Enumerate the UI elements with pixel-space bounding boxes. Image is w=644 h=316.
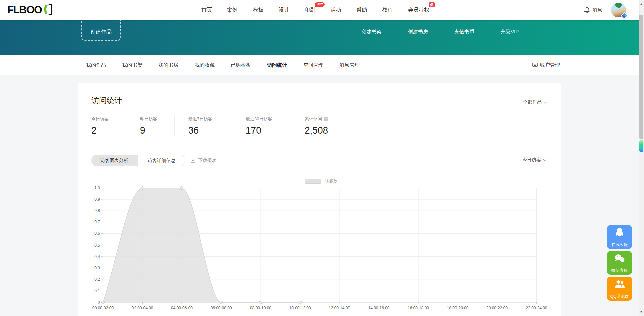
- chart-legend[interactable]: 访客数: [305, 178, 337, 184]
- create-work-label: 创建作品: [90, 29, 112, 36]
- fab-label: 微信客服: [611, 268, 628, 273]
- tab-visitor-detail-info[interactable]: 访客详细信息: [138, 155, 185, 166]
- svg-text:1.0: 1.0: [94, 186, 100, 190]
- tab-my-bookshelf[interactable]: 我的书架: [122, 62, 142, 68]
- tab-space-management[interactable]: 空间管理: [303, 62, 323, 68]
- svg-text:0.9: 0.9: [94, 197, 100, 202]
- legend-swatch: [305, 179, 321, 184]
- download-report-label: 下载报表: [198, 158, 217, 164]
- stat-last7-visitors: 最近7日访客36: [188, 116, 232, 136]
- nav-item-label: 模板: [253, 7, 264, 13]
- tab-my-works[interactable]: 我的作品: [86, 62, 106, 68]
- svg-text:0.3: 0.3: [94, 266, 100, 270]
- stat-value: 9: [140, 125, 174, 136]
- messages-label: 消息: [592, 7, 602, 13]
- nav-item-help[interactable]: 帮助: [356, 7, 367, 14]
- svg-text:22:00-24:00: 22:00-24:00: [526, 306, 547, 310]
- nav-item-label: 首页: [201, 7, 212, 13]
- tab-my-bookroom[interactable]: 我的书房: [158, 62, 178, 68]
- account-management-label: 账户管理: [540, 62, 560, 68]
- nav-item-activities[interactable]: 活动: [330, 7, 341, 14]
- svg-text:14:00-16:00: 14:00-16:00: [368, 306, 389, 310]
- fab-qq-group[interactable]: QQ交流群: [607, 277, 632, 301]
- tab-visit-stats[interactable]: 访问统计: [267, 62, 287, 68]
- works-filter-dropdown[interactable]: 全部作品: [523, 99, 547, 105]
- nav-item-cases[interactable]: 案例: [227, 7, 238, 14]
- legend-label: 访客数: [325, 178, 337, 184]
- fab-label: 在线客服: [611, 243, 628, 247]
- range-filter-dropdown[interactable]: 今日访客: [522, 157, 547, 163]
- nav-item-label: 帮助: [356, 7, 367, 13]
- view-toggle: 访客图表分析 访客详细信息: [91, 155, 185, 166]
- tab-my-favorites[interactable]: 我的收藏: [195, 62, 215, 68]
- fab-label: QQ交流群: [610, 294, 629, 299]
- banner-link-create-bookroom[interactable]: 创建书房: [408, 28, 428, 36]
- scroll-down-arrow[interactable]: [640, 311, 643, 314]
- stat-yesterday-visitors: 昨日访客9: [140, 116, 175, 136]
- page-title: 访问统计: [91, 95, 122, 106]
- scrollbar-thumb[interactable]: [639, 15, 643, 139]
- visit-stats-card: 访问统计 全部作品 今日访客2昨日访客9最近7日访客36最近30日访客170累计…: [78, 83, 561, 316]
- svg-text:0.5: 0.5: [94, 243, 100, 248]
- nav-item-label: 活动: [330, 7, 341, 13]
- nav-item-tutorials[interactable]: 教程: [382, 7, 393, 14]
- messages-button[interactable]: 消息: [584, 7, 602, 13]
- download-report-button[interactable]: 下载报表: [191, 155, 217, 166]
- svg-text:04:00-06:00: 04:00-06:00: [171, 306, 193, 310]
- bell-icon: [584, 7, 590, 13]
- nav-item-print[interactable]: 印刷HOT: [305, 7, 315, 14]
- svg-text:0.6: 0.6: [94, 231, 100, 236]
- stat-label: 昨日访客: [140, 116, 174, 122]
- nav-item-design[interactable]: 设计: [279, 7, 289, 14]
- tab-message-management[interactable]: 消息管理: [339, 62, 360, 68]
- account-management-link[interactable]: 账户管理: [532, 55, 560, 75]
- nav-item-label: 会员特权: [408, 7, 429, 13]
- stat-label: 最近7日访客: [188, 116, 232, 122]
- create-work-button[interactable]: 创建作品: [81, 20, 121, 41]
- flbook-user-center-page: FLBOO 首页案例模板设计印刷HOT活动帮助教程会员特权促 消息: [0, 0, 644, 316]
- stat-last30-visitors: 最近30日访客170: [246, 116, 288, 136]
- nav-item-home[interactable]: 首页: [201, 7, 212, 14]
- scroll-up-arrow[interactable]: [640, 2, 643, 5]
- svg-text:0.7: 0.7: [94, 220, 100, 224]
- nav-item-label: 设计: [279, 7, 289, 13]
- main-nav: 首页案例模板设计印刷HOT活动帮助教程会员特权促: [201, 0, 429, 20]
- svg-text:0.2: 0.2: [94, 277, 100, 282]
- svg-text:10:00-12:00: 10:00-12:00: [289, 306, 311, 310]
- banner-link-create-bookshelf[interactable]: 创建书架: [362, 28, 382, 36]
- nav-item-label: 案例: [227, 7, 238, 13]
- promo-badge: HOT: [315, 2, 325, 7]
- svg-text:0.4: 0.4: [94, 254, 100, 259]
- chevron-down-icon: [543, 159, 547, 161]
- stats-row: 今日访客2昨日访客9最近7日访客36最近30日访客170累计访问2,508: [91, 116, 372, 136]
- svg-text:12:00-14:00: 12:00-14:00: [329, 306, 350, 310]
- tab-purchased-templates[interactable]: 已购模板: [231, 62, 251, 68]
- nav-item-templates[interactable]: 模板: [253, 7, 264, 14]
- fab-online-service[interactable]: 在线客服: [607, 225, 632, 249]
- nav-item-membership[interactable]: 会员特权促: [408, 7, 429, 14]
- wechat-icon: [614, 253, 625, 263]
- help-icon[interactable]: [324, 117, 328, 121]
- banner-link-upgrade-vip[interactable]: 升级VIP: [500, 28, 519, 36]
- tab-visitor-chart-analysis[interactable]: 访客图表分析: [91, 155, 138, 166]
- tabs: 我的作品我的书架我的书房我的收藏已购模板访问统计空间管理消息管理: [86, 55, 360, 75]
- stat-label: 今日访客: [91, 116, 126, 122]
- user-avatar[interactable]: [611, 3, 626, 17]
- svg-text:20:00-22:00: 20:00-22:00: [486, 306, 508, 310]
- fab-wechat-service[interactable]: 微信客服: [607, 251, 632, 275]
- nav-item-label: 教程: [382, 7, 393, 13]
- flbook-logo[interactable]: FLBOO: [7, 3, 53, 16]
- stat-value: 170: [246, 125, 288, 136]
- svg-text:16:00-18:00: 16:00-18:00: [408, 306, 429, 310]
- promo-badge: 促: [429, 2, 435, 7]
- page-scrollbar: [639, 0, 644, 316]
- qq-icon: [614, 227, 625, 238]
- safe-box-icon: [532, 62, 538, 68]
- svg-text:0: 0: [98, 300, 100, 305]
- header-right: 消息: [584, 0, 626, 20]
- banner-links: 创建书架创建书房充值书币升级VIP: [362, 28, 519, 36]
- svg-text:0.8: 0.8: [94, 208, 100, 213]
- scrollbar-gradient-pill[interactable]: [639, 140, 643, 152]
- banner-link-recharge-coins[interactable]: 充值书币: [454, 28, 474, 36]
- svg-text:18:00-20:00: 18:00-20:00: [447, 306, 468, 310]
